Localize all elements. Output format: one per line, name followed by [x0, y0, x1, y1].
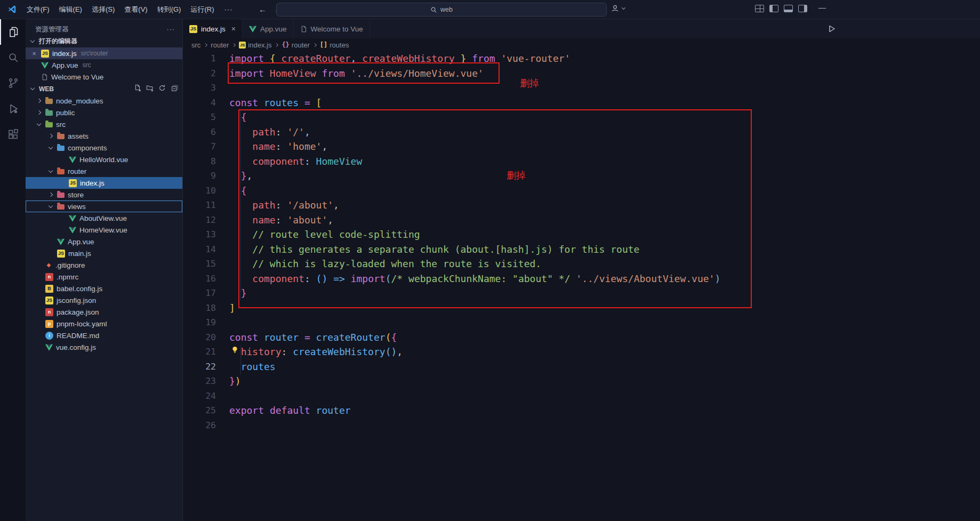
tree-file-homeview-vue[interactable]: HomeView.vue	[26, 224, 182, 236]
toggle-secondary-sidebar-icon[interactable]	[798, 5, 807, 12]
code-text: // which is lazy-loaded when the route i…	[229, 257, 541, 271]
code-line-4[interactable]: 4const routes = [	[183, 95, 980, 110]
code-line-1[interactable]: 1import { createRouter, createWebHistory…	[183, 51, 980, 66]
menu-item[interactable]: 转到(G)	[152, 3, 186, 16]
code-line-2[interactable]: 2import HomeView from '../views/HomeView…	[183, 66, 980, 81]
run-file-icon[interactable]	[828, 25, 836, 35]
menu-item[interactable]: 文件(F)	[22, 3, 54, 16]
explorer-icon[interactable]	[0, 19, 26, 45]
code-line-11[interactable]: 11 path: '/about',	[183, 198, 980, 213]
breadcrumb-item-router[interactable]: {}router	[282, 41, 309, 49]
project-section-header[interactable]: WEB	[26, 83, 182, 95]
extensions-icon[interactable]	[0, 122, 26, 147]
profile-icon[interactable]	[611, 4, 627, 12]
tree-file-helloworld-vue[interactable]: HelloWorld.vue	[26, 154, 182, 165]
code-line-5[interactable]: 5 {	[183, 110, 980, 125]
sidebar-more-button[interactable]: ···	[167, 26, 175, 33]
code-line-24[interactable]: 24	[183, 389, 980, 404]
chevron-down-icon	[30, 38, 35, 43]
new-file-icon[interactable]	[134, 84, 141, 93]
tree-file-package-json[interactable]: npackage.json	[26, 306, 182, 318]
run-debug-icon[interactable]	[0, 96, 26, 122]
menu-item[interactable]: 运行(R)	[186, 3, 219, 16]
breadcrumb-item-index-js[interactable]: JSindex.js	[239, 41, 271, 49]
code-line-20[interactable]: 20const router = createRouter({	[183, 330, 980, 345]
tree-folder-store[interactable]: store	[26, 189, 182, 201]
code-line-14[interactable]: 14 // this generates a separate chunk (a…	[183, 242, 980, 257]
tree-folder-src[interactable]: src	[26, 118, 182, 130]
tree-file-app-vue[interactable]: App.vue	[26, 236, 182, 247]
tree-file-jsconfig-json[interactable]: JSjsconfig.json	[26, 294, 182, 306]
open-editor-label: Welcome to Vue	[51, 73, 103, 81]
close-icon[interactable]: ×	[231, 25, 236, 33]
code-line-13[interactable]: 13 // route level code-splitting	[183, 227, 980, 242]
menu-item[interactable]: 选择(S)	[87, 3, 119, 16]
open-editor-index-js[interactable]: ×JSindex.jssrc\router	[26, 47, 182, 59]
tree-file--npmrc[interactable]: n.npmrc	[26, 271, 182, 283]
tree-folder-public[interactable]: public	[26, 107, 182, 118]
tree-file-vue-config-js[interactable]: vue.config.js	[26, 341, 182, 353]
code-line-17[interactable]: 17 }	[183, 286, 980, 301]
code-line-12[interactable]: 12 name: 'about',	[183, 213, 980, 228]
npm-icon: n	[45, 308, 53, 316]
code-line-10[interactable]: 10 {	[183, 183, 980, 198]
tab-index-js[interactable]: JSindex.js×	[183, 19, 243, 38]
code-line-18[interactable]: 18]	[183, 301, 980, 316]
code-text: // this generates a separate chunk (abou…	[229, 242, 639, 257]
customize-layout-icon[interactable]	[755, 5, 764, 12]
tree-folder-router[interactable]: router	[26, 165, 182, 177]
toggle-sidebar-icon[interactable]	[769, 5, 778, 12]
code-line-16[interactable]: 16 component: () => import(/* webpackChu…	[183, 271, 980, 286]
sidebar-title: 资源管理器	[35, 25, 69, 34]
new-folder-icon[interactable]	[146, 84, 154, 93]
open-editor-app-vue[interactable]: App.vuesrc	[26, 59, 182, 71]
search-sidebar-icon[interactable]	[0, 45, 26, 70]
code-line-6[interactable]: 6 path: '/',	[183, 125, 980, 140]
tree-file-aboutview-vue[interactable]: AboutView.vue	[26, 212, 182, 224]
tree-file-index-js[interactable]: JSindex.js	[26, 177, 182, 189]
chevron-down-icon	[622, 5, 625, 9]
menu-overflow-button[interactable]: ···	[219, 5, 238, 13]
code-line-26[interactable]: 26	[183, 418, 980, 433]
breadcrumb-item-routes[interactable]: []routes	[320, 41, 349, 49]
code-line-23[interactable]: 23})	[183, 374, 980, 389]
tab-app-vue[interactable]: App.vue	[243, 19, 294, 38]
tree-file-babel-config-js[interactable]: Bbabel.config.js	[26, 283, 182, 294]
symbol-namespace-icon: {}	[282, 41, 289, 49]
tree-file--gitignore[interactable]: .gitignore	[26, 259, 182, 271]
source-control-icon[interactable]	[0, 70, 26, 96]
code-line-25[interactable]: 25export default router	[183, 403, 980, 418]
breadcrumb-item-router[interactable]: router	[211, 41, 229, 49]
collapse-all-icon[interactable]	[171, 84, 178, 93]
code-line-15[interactable]: 15 // which is lazy-loaded when the rout…	[183, 257, 980, 271]
refresh-icon[interactable]	[158, 84, 166, 93]
close-icon[interactable]: ×	[30, 50, 38, 58]
menu-item[interactable]: 编辑(E)	[54, 3, 87, 16]
code-line-19[interactable]: 19	[183, 315, 980, 330]
back-button[interactable]: ←	[256, 5, 269, 14]
open-editor-welcome-to-vue[interactable]: Welcome to Vue	[26, 71, 182, 83]
code-line-8[interactable]: 8 component: HomeView	[183, 154, 980, 169]
command-center-search[interactable]: web	[276, 3, 607, 17]
tree-file-pnpm-lock-yaml[interactable]: ppnpm-lock.yaml	[26, 318, 182, 330]
tree-file-main-js[interactable]: JSmain.js	[26, 247, 182, 259]
toggle-panel-icon[interactable]	[784, 5, 793, 12]
minimize-button[interactable]: —	[815, 3, 830, 12]
code-line-21[interactable]: 21 history: createWebHistory(),	[183, 344, 980, 359]
tree-folder-node-modules[interactable]: node_modules	[26, 95, 182, 107]
tab-welcome-to-vue[interactable]: Welcome to Vue	[294, 19, 370, 38]
tree-folder-views[interactable]: views	[26, 201, 182, 212]
menu-item[interactable]: 查看(V)	[119, 3, 152, 16]
tree-folder-assets[interactable]: assets	[26, 130, 182, 142]
code-line-3[interactable]: 3	[183, 81, 980, 95]
code-line-7[interactable]: 7 name: 'home',	[183, 139, 980, 154]
tree-file-readme-md[interactable]: iREADME.md	[26, 330, 182, 341]
code-line-22[interactable]: 22 routes	[183, 359, 980, 374]
tree-folder-components[interactable]: components	[26, 142, 182, 154]
code-line-9[interactable]: 9 },	[183, 169, 980, 183]
open-editors-header[interactable]: 打开的编辑器	[26, 35, 182, 47]
js-icon: JS	[57, 250, 65, 258]
breadcrumb-item-src[interactable]: src	[191, 41, 200, 49]
npm-icon: n	[45, 273, 53, 281]
tree-label: src	[56, 121, 66, 129]
